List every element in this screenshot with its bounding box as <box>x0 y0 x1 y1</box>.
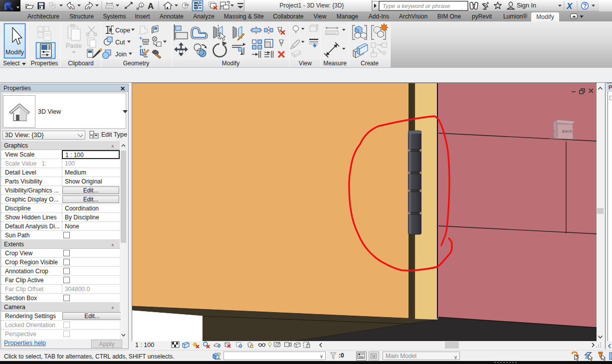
svg-text:Cut: Cut <box>115 39 125 46</box>
svg-text:Type a keyword or phrase: Type a keyword or phrase <box>383 2 450 9</box>
svg-text:BACK: BACK <box>562 130 572 133</box>
svg-text:X: X <box>566 1 573 11</box>
svg-text:Cope: Cope <box>115 27 130 34</box>
svg-text:?: ? <box>583 2 587 9</box>
svg-text:Modify: Modify <box>5 49 24 56</box>
svg-text:1: 1 <box>141 3 143 8</box>
svg-text:A: A <box>148 1 154 11</box>
svg-text:Join: Join <box>115 51 127 58</box>
svg-text:T: T <box>554 130 556 133</box>
svg-text:Paste: Paste <box>66 42 82 49</box>
